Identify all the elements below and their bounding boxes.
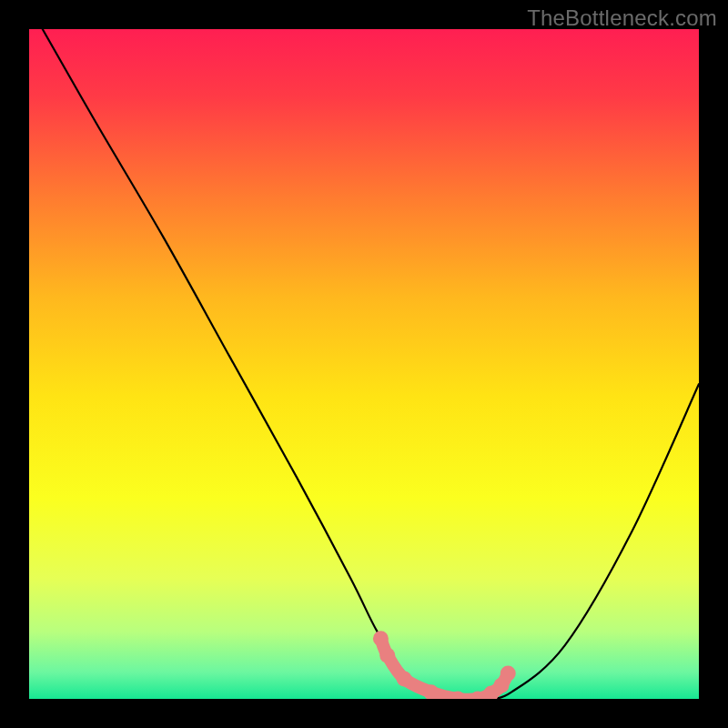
- marker-dot: [379, 648, 395, 663]
- marker-dot: [500, 666, 516, 682]
- plot-area: [29, 29, 699, 699]
- bottleneck-curve: [43, 29, 699, 699]
- chart-stage: TheBottleneck.com: [0, 0, 728, 728]
- curve-layer: [29, 29, 699, 699]
- marker-dot: [397, 671, 412, 686]
- watermark-text: TheBottleneck.com: [527, 5, 717, 31]
- marker-dot: [373, 631, 389, 646]
